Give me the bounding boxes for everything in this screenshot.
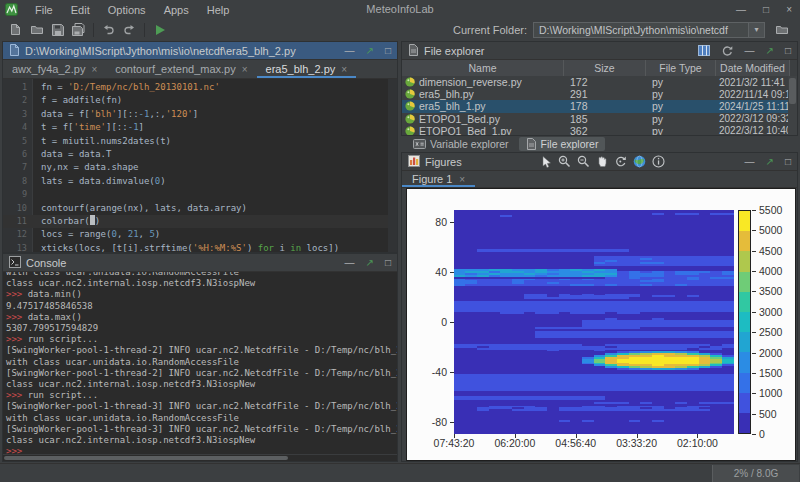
code-line[interactable]: 1fn = 'D:/Temp/nc/blh_20130101.nc' bbox=[3, 81, 397, 94]
editor-scrollbar[interactable] bbox=[388, 79, 397, 252]
code-line[interactable]: 5t = miutil.nums2dates(t) bbox=[3, 135, 397, 148]
minimize-icon[interactable]: — bbox=[345, 258, 355, 268]
y-tick-mark bbox=[450, 272, 454, 273]
maximize-icon[interactable]: □ bbox=[385, 258, 391, 268]
close-icon[interactable]: × bbox=[242, 64, 248, 75]
menu-options[interactable]: Options bbox=[99, 4, 155, 16]
save-icon[interactable] bbox=[47, 21, 68, 39]
main-toolbar: Current Folder: D:\Working\MIScript\Jyth… bbox=[0, 19, 800, 40]
file-explorer-icon bbox=[408, 44, 419, 58]
file-type: py bbox=[646, 125, 716, 135]
chevron-down-icon[interactable]: ▾ bbox=[748, 23, 764, 37]
tab-contourf_extend_max.py[interactable]: contourf_extend_max.py× bbox=[106, 60, 256, 78]
x-tick-mark bbox=[576, 434, 577, 438]
code-editor[interactable]: 1fn = 'D:/Temp/nc/blh_20130101.nc'2f = a… bbox=[3, 79, 397, 252]
file-table-header[interactable]: NameSizeFile TypeDate Modified bbox=[402, 60, 790, 76]
current-folder-input[interactable]: D:\Working\MIScript\Jython\mis\io\netcdf… bbox=[533, 22, 765, 38]
select-cursor-icon[interactable] bbox=[542, 156, 552, 168]
zoom-in-icon[interactable] bbox=[558, 155, 571, 168]
open-folder-icon[interactable] bbox=[26, 21, 47, 39]
undo-icon[interactable] bbox=[98, 21, 119, 39]
edit-file-icon bbox=[9, 44, 20, 58]
new-file-icon[interactable] bbox=[5, 21, 26, 39]
code-line[interactable]: 8lats = data.dimvalue(0) bbox=[3, 175, 397, 188]
globe-icon[interactable] bbox=[633, 155, 646, 168]
columns-icon[interactable] bbox=[698, 45, 710, 56]
close-icon[interactable]: × bbox=[91, 64, 97, 75]
scrollbar-thumb[interactable] bbox=[4, 456, 288, 460]
tab-label: awx_fy4a_2.py bbox=[12, 63, 85, 75]
float-icon[interactable]: ↗ bbox=[766, 157, 774, 167]
table-row-ETOPO1_Bed_1.py[interactable]: ETOPO1_Bed_1.py362py2022/3/12 10:40 bbox=[402, 125, 790, 135]
column-header-file-type[interactable]: File Type bbox=[646, 60, 716, 76]
maximize-icon[interactable]: □ bbox=[785, 46, 791, 56]
tab-era5_blh_2.py[interactable]: era5_blh_2.py× bbox=[257, 60, 357, 78]
line-number: 9 bbox=[3, 188, 27, 201]
menu-file[interactable]: File bbox=[26, 4, 62, 16]
colorbar-tick-mark bbox=[752, 230, 756, 231]
table-row-ETOPO1_Bed.py[interactable]: ETOPO1_Bed.py185py2022/3/12 09:32 bbox=[402, 113, 790, 125]
editor-tab-bar: awx_fy4a_2.py×contourf_extend_max.py×era… bbox=[3, 60, 397, 79]
code-line[interactable]: 13xticks(locs, [t[i].strftime('%H:%M:%S'… bbox=[3, 242, 397, 252]
rotate-icon[interactable] bbox=[614, 155, 627, 168]
zoom-out-icon[interactable] bbox=[577, 155, 590, 168]
info-icon[interactable] bbox=[652, 155, 665, 168]
scrollbar-thumb[interactable] bbox=[789, 78, 796, 104]
menu-edit[interactable]: Edit bbox=[62, 4, 99, 16]
code-line[interactable]: 4t = f['time'][::-1] bbox=[3, 121, 397, 134]
figure-tab-bar: Figure 1 × bbox=[402, 171, 797, 188]
maximize-icon[interactable]: □ bbox=[763, 5, 769, 15]
code-line[interactable]: 9 bbox=[3, 188, 397, 201]
console-output[interactable]: with class ucar.unidata.io.RandomAccessF… bbox=[3, 272, 397, 454]
close-icon[interactable]: × bbox=[459, 174, 465, 185]
y-tick-label: 0 bbox=[419, 316, 447, 328]
explorer-tab-bar: Variable explorerFile explorer bbox=[401, 136, 798, 152]
float-icon[interactable]: ↗ bbox=[766, 46, 774, 56]
redo-icon[interactable] bbox=[119, 21, 140, 39]
pan-hand-icon[interactable] bbox=[596, 155, 608, 168]
code-line[interactable]: 10contourf(arange(nx), lats, data.array) bbox=[3, 202, 397, 215]
minimize-icon[interactable]: — bbox=[736, 5, 746, 15]
colorbar-tick-mark bbox=[752, 291, 756, 292]
maximize-icon[interactable]: □ bbox=[385, 46, 391, 56]
code-line[interactable]: 2f = addfile(fn) bbox=[3, 94, 397, 107]
console-hscrollbar[interactable] bbox=[3, 454, 397, 461]
minimize-icon[interactable]: — bbox=[745, 157, 755, 167]
float-icon[interactable]: ↗ bbox=[366, 46, 374, 56]
close-icon[interactable]: × bbox=[341, 64, 347, 75]
code-line[interactable]: 7ny,nx = data.shape bbox=[3, 161, 397, 174]
code-line[interactable]: 6data = data.T bbox=[3, 148, 397, 161]
browse-folder-icon[interactable] bbox=[771, 21, 792, 39]
file-type: py bbox=[646, 88, 716, 100]
tab-variable-explorer[interactable]: Variable explorer bbox=[406, 137, 516, 151]
save-all-icon[interactable] bbox=[68, 21, 89, 39]
refresh-icon[interactable] bbox=[721, 45, 734, 57]
menu-apps[interactable]: Apps bbox=[155, 4, 198, 16]
tab-awx_fy4a_2.py[interactable]: awx_fy4a_2.py× bbox=[3, 60, 106, 78]
file-table-scrollbar[interactable] bbox=[788, 76, 797, 135]
console-panel: Console — ↗ □ with class ucar.unidata.io… bbox=[2, 253, 398, 462]
table-row-dimension_reverse.py[interactable]: dimension_reverse.py172py2021/3/2 11:41 bbox=[402, 76, 790, 88]
tab-figure-1[interactable]: Figure 1 × bbox=[402, 171, 475, 187]
column-header-date-modified[interactable]: Date Modified bbox=[716, 60, 790, 76]
memory-indicator[interactable]: 2% / 8.0G bbox=[712, 465, 799, 482]
float-icon[interactable]: ↗ bbox=[366, 258, 374, 268]
tab-label: era5_blh_2.py bbox=[266, 63, 336, 75]
python-file-icon bbox=[405, 114, 415, 124]
close-icon[interactable]: × bbox=[786, 5, 792, 15]
table-row-era5_blh_1.py[interactable]: era5_blh_1.py178py2024/1/25 11:11 bbox=[402, 100, 790, 112]
run-icon[interactable] bbox=[149, 21, 170, 39]
menu-bar: FileEditOptionsAppsHelp bbox=[26, 4, 238, 16]
tab-file-explorer[interactable]: File explorer bbox=[519, 137, 606, 151]
code-line[interactable]: 3data = f['blh'][::-1,:,'120'] bbox=[3, 108, 397, 121]
menu-help[interactable]: Help bbox=[198, 4, 239, 16]
maximize-icon[interactable]: □ bbox=[785, 157, 791, 167]
minimize-icon[interactable]: — bbox=[745, 46, 755, 56]
contour-plot[interactable] bbox=[454, 210, 734, 434]
column-header-name[interactable]: Name bbox=[402, 60, 564, 76]
code-line[interactable]: 12locs = range(0, 21, 5) bbox=[3, 228, 397, 241]
column-header-size[interactable]: Size bbox=[564, 60, 646, 76]
minimize-icon[interactable]: — bbox=[345, 46, 355, 56]
code-line[interactable]: 11colorbar() bbox=[3, 215, 397, 228]
table-row-era5_blh.py[interactable]: era5_blh.py291py2022/11/14 09:11 bbox=[402, 88, 790, 100]
